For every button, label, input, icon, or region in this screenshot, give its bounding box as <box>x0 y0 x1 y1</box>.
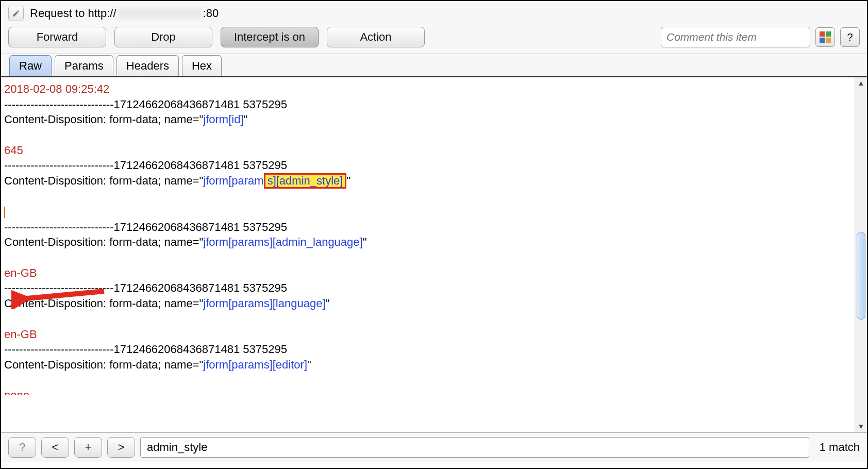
edit-request-button[interactable] <box>8 6 24 21</box>
drop-button[interactable]: Drop <box>114 27 212 47</box>
help-button[interactable]: ? <box>840 27 860 47</box>
field-language-value: en-GB <box>4 328 37 341</box>
cd-line-language: Content-Disposition: form-data; name="jf… <box>4 296 852 311</box>
top-toolbar: Request to http:// :80 Forward Drop Inte… <box>1 1 867 54</box>
tab-hex[interactable]: Hex <box>182 55 222 76</box>
search-input[interactable] <box>140 437 809 458</box>
highlight-color-button[interactable] <box>815 27 835 47</box>
comment-input[interactable] <box>661 27 810 47</box>
scroll-down-icon[interactable]: ▼ <box>855 421 867 432</box>
search-add-button[interactable]: + <box>74 437 102 458</box>
scroll-thumb[interactable] <box>857 232 865 320</box>
scroll-up-icon[interactable]: ▲ <box>855 77 867 89</box>
cd-line-admin-style: Content-Disposition: form-data; name="jf… <box>4 173 852 189</box>
field-editor-value-cut: none <box>4 389 29 395</box>
tab-raw[interactable]: Raw <box>9 55 52 76</box>
boundary-line: -----------------------------17124662068… <box>4 220 852 235</box>
field-id-value: 645 <box>4 144 23 157</box>
search-next-button[interactable]: > <box>107 437 135 458</box>
timestamp-value: 2018-02-08 09:25:42 <box>4 82 109 95</box>
boundary-line: -----------------------------17124662068… <box>4 158 852 173</box>
content-area: 2018-02-08 09:25:42 --------------------… <box>1 77 867 432</box>
title-suffix: :80 <box>203 7 219 20</box>
view-tabs: Raw Params Headers Hex <box>1 54 867 76</box>
search-match-count: 1 match <box>814 441 860 454</box>
search-bar: ? < + > 1 match <box>1 432 867 462</box>
search-prev-button[interactable]: < <box>41 437 69 458</box>
title-row: Request to http:// :80 <box>8 5 860 22</box>
pencil-icon <box>12 9 20 18</box>
search-highlight: s][admin_style] <box>264 173 347 189</box>
right-tools: ? <box>661 27 860 47</box>
action-buttons-row: Forward Drop Intercept is on Action ? <box>8 27 860 47</box>
boundary-line: -----------------------------17124662068… <box>4 97 852 112</box>
search-help-button[interactable]: ? <box>8 437 36 458</box>
title-prefix: Request to http:// <box>30 7 116 20</box>
action-button[interactable]: Action <box>327 27 425 47</box>
tab-params[interactable]: Params <box>55 55 113 76</box>
boundary-line: -----------------------------17124662068… <box>4 342 852 357</box>
cd-line-admin-language: Content-Disposition: form-data; name="jf… <box>4 234 852 250</box>
burp-proxy-window: Request to http:// :80 Forward Drop Inte… <box>0 0 868 469</box>
redacted-host <box>119 8 201 19</box>
boundary-line: -----------------------------17124662068… <box>4 280 852 296</box>
request-title: Request to http:// :80 <box>30 7 219 20</box>
field-admin-language-value: en-GB <box>4 266 37 279</box>
text-caret <box>4 207 5 218</box>
cd-line-editor: Content-Disposition: form-data; name="jf… <box>4 357 852 373</box>
intercept-toggle-button[interactable]: Intercept is on <box>221 27 319 47</box>
raw-request-body[interactable]: 2018-02-08 09:25:42 --------------------… <box>1 77 855 432</box>
vertical-scrollbar[interactable]: ▲ ▼ <box>855 77 867 432</box>
cd-line-id: Content-Disposition: form-data; name="jf… <box>4 112 852 127</box>
color-grid-icon <box>820 31 831 43</box>
forward-button[interactable]: Forward <box>8 27 106 47</box>
tab-headers[interactable]: Headers <box>116 55 179 76</box>
